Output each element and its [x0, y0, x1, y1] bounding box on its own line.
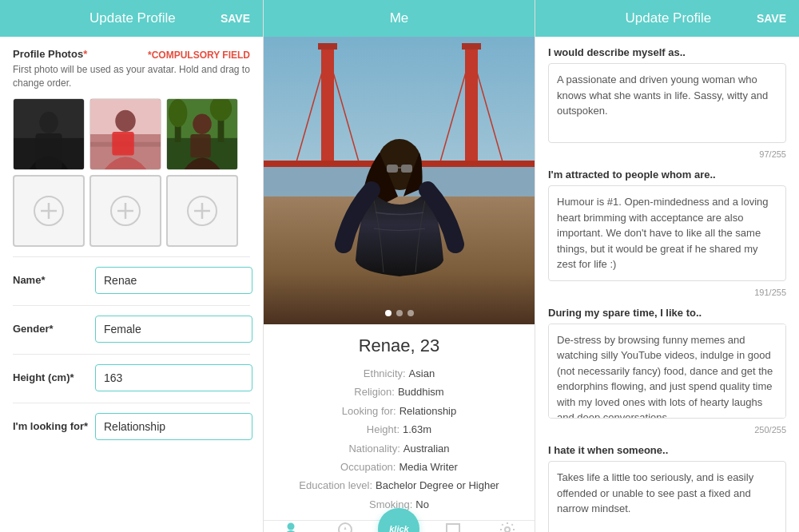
religion-value: Buddhism	[398, 383, 444, 401]
left-header-title: Update Profile	[45, 10, 221, 26]
section2-count: 191/255	[548, 288, 786, 297]
occupation-value: Media Writer	[399, 458, 457, 476]
name-row: Name*	[13, 267, 250, 294]
dot-1	[385, 310, 392, 316]
education-value: Bachelor Degree or Higher	[376, 476, 499, 494]
settings-icon	[499, 521, 516, 532]
looking-input[interactable]	[95, 413, 252, 440]
left-header: Update Profile SAVE	[0, 0, 263, 37]
svg-point-44	[287, 523, 294, 530]
bottom-nav: ME DISCOVER klick CHATS	[264, 520, 535, 532]
nationality-label: Nationality:	[348, 439, 400, 458]
height-detail-row: Height: 1.63m	[276, 420, 522, 439]
right-panel: Update Profile SAVE I would describe mys…	[535, 0, 799, 532]
gender-input[interactable]	[95, 316, 252, 343]
dot-3	[407, 310, 414, 316]
photo-row-1	[13, 98, 250, 170]
looking-row: I'm looking for*	[13, 413, 250, 440]
ethnicity-row: Ethnicity: Asian	[276, 364, 522, 383]
svg-rect-37	[462, 43, 481, 50]
photo-row-2	[13, 175, 250, 247]
section3-textarea[interactable]: De-stress by browsing funny memes and wa…	[548, 324, 786, 419]
section4-textarea[interactable]: Takes life a little too seriously, and i…	[548, 461, 786, 532]
section2-title: I'm attracted to people whom are..	[548, 169, 786, 181]
height-row: Height (cm)*	[13, 364, 250, 391]
profile-name: Renae, 23	[276, 335, 522, 356]
smoking-value: No	[415, 495, 429, 514]
profile-image-area	[264, 37, 535, 324]
divider-4	[13, 403, 250, 403]
section1-block: I would describe myself as.. A passionat…	[548, 46, 786, 159]
svg-rect-3	[35, 133, 62, 169]
nav-klick[interactable]: klick	[372, 521, 427, 532]
nav-discover[interactable]: DISCOVER	[318, 521, 372, 532]
looking-for-row: Looking for: Relationship	[276, 402, 522, 420]
section2-block: I'm attracted to people whom are.. Humou…	[548, 169, 786, 297]
middle-header: Me	[264, 0, 535, 37]
right-content: I would describe myself as.. A passionat…	[535, 37, 799, 532]
section3-count: 250/255	[548, 425, 786, 435]
nav-me[interactable]: ME	[264, 521, 318, 532]
svg-rect-34	[321, 45, 334, 165]
add-photo-2[interactable]	[89, 175, 161, 247]
discover-icon	[336, 521, 354, 532]
left-save-button[interactable]: SAVE	[221, 12, 250, 25]
dot-2	[396, 310, 403, 316]
svg-rect-42	[401, 165, 412, 173]
nav-chats[interactable]: CHATS	[426, 521, 480, 532]
name-input[interactable]	[95, 267, 252, 294]
looking-label: I'm looking for*	[13, 420, 89, 432]
left-content: Profile Photos* *COMPULSORY FIELD First …	[0, 37, 263, 532]
ethnicity-value: Asian	[409, 364, 435, 383]
svg-point-2	[39, 111, 58, 133]
divider-2	[13, 305, 250, 306]
occupation-row: Occupation: Media Writer	[276, 458, 522, 476]
religion-row: Religion: Buddhism	[276, 383, 522, 401]
compulsory-label: *COMPULSORY FIELD	[148, 50, 250, 61]
nationality-row: Nationality: Australian	[276, 439, 522, 458]
section1-textarea[interactable]: A passionate and driven young woman who …	[548, 63, 786, 143]
add-photo-3[interactable]	[166, 175, 238, 247]
looking-for-label: Looking for:	[342, 402, 396, 420]
section2-textarea[interactable]: Humour is #1. Open-mindedness and a lovi…	[548, 185, 786, 281]
education-row: Education level: Bachelor Degree or High…	[276, 476, 522, 494]
nav-settings[interactable]: SETTINGS	[480, 521, 535, 532]
svg-rect-41	[387, 165, 398, 173]
svg-point-8	[115, 109, 135, 131]
gender-label: Gender*	[13, 323, 89, 335]
religion-label: Religion:	[354, 383, 395, 401]
section1-count: 97/255	[548, 149, 786, 159]
height-label: Height (cm)*	[13, 371, 89, 383]
section4-block: I hate it when someone.. Takes life a li…	[548, 444, 786, 532]
right-header-title: Update Profile	[580, 10, 757, 26]
left-panel: Update Profile SAVE Profile Photos* *COM…	[0, 0, 264, 532]
svg-rect-18	[190, 134, 210, 157]
occupation-label: Occupation:	[340, 458, 396, 476]
svg-point-14	[169, 99, 187, 127]
me-icon	[282, 521, 300, 532]
section3-block: During my spare time, I like to.. De-str…	[548, 307, 786, 435]
ethnicity-label: Ethnicity:	[364, 364, 406, 383]
svg-point-17	[193, 113, 211, 133]
education-label: Education level:	[299, 476, 372, 494]
klick-label: klick	[389, 524, 408, 532]
chats-icon	[444, 521, 462, 532]
section4-title: I hate it when someone..	[548, 444, 786, 456]
profile-info: Renae, 23 Ethnicity: Asian Religion: Bud…	[264, 324, 535, 520]
right-header: Update Profile SAVE	[535, 0, 799, 37]
divider-3	[13, 354, 250, 355]
height-detail-value: 1.63m	[403, 420, 431, 439]
divider-1	[13, 256, 250, 257]
right-save-button[interactable]: SAVE	[757, 12, 786, 25]
profile-details: Ethnicity: Asian Religion: Buddhism Look…	[276, 364, 522, 514]
height-input[interactable]	[95, 364, 252, 391]
svg-rect-36	[318, 43, 337, 50]
svg-point-45	[505, 527, 510, 532]
photo-slot-3[interactable]	[166, 98, 238, 170]
photo-slot-1[interactable]	[13, 98, 85, 170]
name-label: Name*	[13, 274, 89, 286]
svg-rect-35	[465, 45, 478, 165]
middle-header-title: Me	[390, 10, 409, 26]
add-photo-1[interactable]	[13, 175, 85, 247]
photo-slot-2[interactable]	[89, 98, 161, 170]
